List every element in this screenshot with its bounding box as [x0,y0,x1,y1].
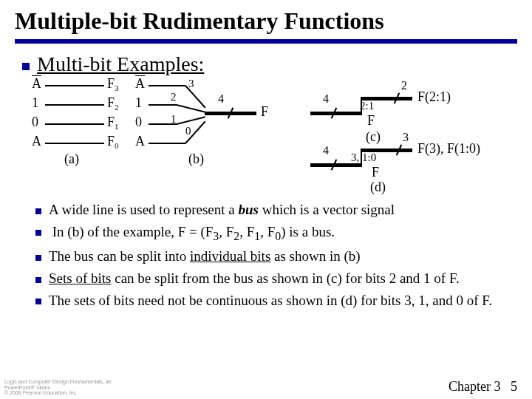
bullet-2: In (b) of the example, F = (F3, F2, F1, … [35,223,502,244]
b-F: F [261,104,268,120]
caption-b: (b) [188,151,204,167]
caption-c: (c) [366,129,381,145]
a-out-0: F3 [107,76,119,92]
b-in-2: 0 [135,115,142,130]
d-Fmid: F [372,165,379,180]
wire [45,123,104,125]
wire [149,85,185,86]
bus-slash-icon [392,93,402,103]
diag [185,85,205,108]
a-out-1: F2 [107,95,119,111]
title-rule [15,39,517,44]
c-in-width: 4 [323,92,329,106]
slide-title: Multiple-bit Rudimentary Functions [0,0,532,38]
b-in-1: 1 [135,95,142,111]
d-out-width: 3 [403,131,409,144]
wire [149,104,177,106]
heading-text: Multi-bit Examples: [37,52,204,75]
bullet-3: The bus can be split into individual bit… [35,248,502,265]
footer-page: Chapter 3 5 [449,379,517,395]
bus-slash-icon [225,108,236,118]
a-out-2: F1 [107,115,119,130]
bullet-1: A wide line is used to represent a bus w… [35,201,502,219]
a-in-0: A [32,76,41,92]
b-width: 4 [218,92,224,106]
wire [45,104,104,106]
c-Fout: F(2:1) [417,89,451,105]
bullet-4: Sets of bits can be split from the bus a… [35,270,502,287]
a-in-3: A [32,134,41,149]
bus-slash-icon [329,108,339,118]
c-out-width: 2 [401,79,407,92]
footer-copyright: Logic and Computer Design Fundamentals, … [4,379,112,396]
chapter-label: Chapter 3 [449,379,500,394]
d-sel: 3, 1:0 [351,151,376,164]
bullet-icon [22,63,30,70]
c-Fmid: F [367,113,375,129]
b-n2: 2 [171,91,177,103]
b-in-0: A [135,76,145,92]
b-n1: 1 [171,113,177,126]
bus-slash-icon [394,145,404,155]
a-in-2: 0 [32,115,38,130]
diag [177,104,205,113]
b-in-3: A [135,134,145,149]
wire [45,143,104,144]
caption-d: (d) [370,180,386,195]
a-in-1: 1 [32,95,38,111]
wire [45,85,104,86]
diagram: A F3 1 F2 0 F1 A F0 (a) A 1 0 A 3 2 1 0 … [18,76,521,187]
wire [149,143,185,144]
a-out-3: F0 [107,134,119,149]
bullet-list: A wide line is used to represent a bus w… [0,201,532,310]
section-heading: Multi-bit Examples: [0,52,532,76]
caption-a: (a) [64,151,79,167]
d-in-width: 4 [323,144,329,157]
c-sel: 2:1 [360,100,374,112]
d-Fout: F(3), F(1:0) [417,141,480,157]
bullet-5: The sets of bits need not be continuous … [35,292,502,310]
bus-slash-icon [329,160,339,170]
page-number: 5 [511,379,517,394]
